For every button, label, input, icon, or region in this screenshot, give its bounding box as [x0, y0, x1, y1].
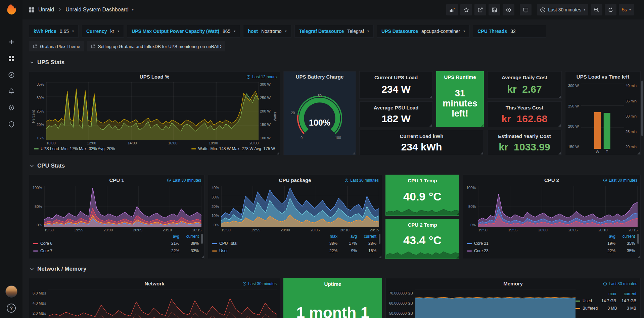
- caret-down-icon: ▾: [629, 8, 631, 11]
- legend-series-stats: Min: 148 W Max: 278 W Avg: 175 W: [210, 146, 275, 151]
- cpu-package-chart[interactable]: [221, 186, 379, 227]
- sidebar-item-alerting[interactable]: [4, 86, 19, 97]
- stat-title[interactable]: Uptime: [283, 281, 382, 287]
- zoom-out-button[interactable]: [591, 4, 602, 15]
- variable-host[interactable]: hostNostromo▾: [243, 25, 291, 38]
- apps-grid-icon[interactable]: [29, 7, 35, 13]
- legend-row: User22%9%16%: [212, 247, 376, 255]
- cpu2-chart[interactable]: [478, 186, 638, 227]
- compass-icon: [8, 72, 15, 78]
- link-ups-monitoring-guide[interactable]: Setting up Grafana and InfluxDB for UPS …: [87, 41, 225, 51]
- legend-series-name[interactable]: Core 7: [33, 248, 160, 253]
- stat-title[interactable]: UPS Runtime: [436, 74, 484, 80]
- panel-title[interactable]: Network: [144, 281, 164, 286]
- legend-series-name[interactable]: Buffered: [576, 306, 598, 311]
- stat-title[interactable]: Average PSU Load: [360, 105, 432, 110]
- cpu1-chart[interactable]: [44, 186, 201, 227]
- refresh-interval-label: 5s: [622, 7, 627, 12]
- stat-title[interactable]: Current Load kWh: [360, 133, 484, 139]
- y-axis-ticks-left: 100%50%0%: [31, 186, 44, 232]
- variable-kwh-price[interactable]: kWh Price0.65▾: [29, 25, 79, 38]
- cycle-view-button[interactable]: [520, 4, 532, 15]
- legend-scrollbar[interactable]: [379, 234, 380, 244]
- variables-row: kWh Price0.65▾ Currencykr▾ UPS Max Outpu…: [29, 25, 546, 38]
- refresh-button[interactable]: [605, 4, 616, 15]
- add-panel-button[interactable]: [446, 4, 458, 15]
- help-button[interactable]: ?: [7, 304, 16, 313]
- variable-currency[interactable]: Currencykr▾: [82, 25, 124, 38]
- legend-series-name[interactable]: Watts: [198, 146, 208, 151]
- refresh-interval-picker[interactable]: 5s ▾: [619, 4, 634, 15]
- sidebar-item-server-admin[interactable]: [4, 119, 19, 130]
- panel-title[interactable]: CPU 1: [109, 177, 124, 183]
- save-dashboard-button[interactable]: [489, 4, 500, 15]
- ups-load-vs-time-chart[interactable]: [581, 84, 624, 149]
- sidebar-item-explore[interactable]: [4, 69, 19, 81]
- stat-value: kr 2.67: [488, 80, 561, 98]
- legend-scrollbar[interactable]: [637, 234, 639, 244]
- stat-title[interactable]: This Years Cost: [488, 105, 561, 110]
- panel-title[interactable]: CPU 2: [544, 177, 559, 183]
- panel-title[interactable]: UPS Load %: [140, 74, 169, 80]
- link-grafana-plex-theme[interactable]: Grafana Plex Theme: [29, 41, 84, 51]
- variable-ups-max-output[interactable]: UPS Max Output Power Capacity (Watt)865▾: [127, 25, 240, 38]
- legend-series-name[interactable]: User: [212, 248, 318, 253]
- legend-series-name[interactable]: Core 21: [467, 241, 596, 246]
- stat-title[interactable]: Estimated Yearly Cost: [488, 133, 561, 139]
- shield-icon: [8, 121, 15, 128]
- legend-series-name[interactable]: Used: [576, 299, 596, 303]
- user-avatar[interactable]: [5, 285, 17, 298]
- time-range-picker[interactable]: Last 30 minutes ▾: [537, 4, 588, 15]
- panel-time-override: Last 30 minutes: [242, 281, 277, 286]
- breadcrumb-app[interactable]: Unraid: [38, 7, 54, 13]
- dashboard-title[interactable]: Unraid System Dashboard: [65, 7, 129, 13]
- panel-ups-load-percent: UPS Load % Last 12 hours Percent 35%30%2…: [29, 71, 280, 155]
- dashboards-icon: [8, 55, 15, 62]
- panel-title[interactable]: Memory: [503, 281, 523, 286]
- dashboard-settings-button[interactable]: [503, 4, 514, 15]
- legend-marker: [191, 148, 196, 149]
- section-cpu-stats[interactable]: CPU Stats: [30, 162, 65, 170]
- legend-series-name[interactable]: UPS Load: [41, 146, 59, 151]
- grafana-logo[interactable]: [4, 3, 18, 17]
- x-axis-ticks: 19:5019:5520:0020:0520:1020:15: [44, 227, 201, 232]
- section-network-memory[interactable]: Network / Memory: [30, 265, 86, 273]
- legend-marker: [576, 308, 580, 309]
- star-button[interactable]: [460, 4, 472, 15]
- sidebar-item-configuration[interactable]: [4, 102, 19, 113]
- legend-series-name[interactable]: Core 6: [33, 241, 160, 246]
- panel-cpu-1: CPU 1 Last 30 minutes 100%50%0% 19:5019:…: [29, 175, 204, 259]
- clock-icon: [167, 178, 171, 182]
- stat-title[interactable]: CPU 1 Temp: [385, 178, 459, 183]
- stat-title[interactable]: Current UPS Load: [360, 75, 432, 80]
- stat-title[interactable]: CPU 2 Temp: [385, 222, 459, 228]
- ups-load-chart[interactable]: [46, 82, 259, 140]
- page-scrollbar[interactable]: [641, 81, 643, 136]
- variable-ups-datasource[interactable]: UPS Datasourceapcupsd-container▾: [377, 25, 470, 38]
- caret-down-icon: ▾: [72, 30, 74, 33]
- panel-time-override: Last 12 hours: [246, 75, 277, 79]
- legend-series-name[interactable]: Core 23: [467, 248, 596, 253]
- stat-title[interactable]: Average Daily Cost: [488, 75, 561, 80]
- legend-scrollbar[interactable]: [201, 234, 203, 244]
- panel-title[interactable]: UPS Load vs Time left: [577, 74, 629, 80]
- cpu1-temp-sparkline: [386, 207, 459, 215]
- stat-value: 31 minutes left!: [436, 80, 484, 127]
- y-axis-ticks-left: 300 W250 W200 W150 W: [567, 84, 581, 155]
- variable-telegraf-datasource[interactable]: Telegraf DatasourceTelegraf▾: [294, 25, 374, 38]
- sidebar-item-dashboards[interactable]: [4, 53, 19, 64]
- caret-down-icon: ▾: [118, 30, 119, 33]
- legend-series-name[interactable]: CPU Total: [212, 241, 318, 246]
- variable-cpu-threads[interactable]: CPU Threads32: [473, 25, 546, 38]
- create-button[interactable]: [4, 36, 19, 48]
- network-chart[interactable]: [48, 289, 277, 318]
- chevron-down-icon: [30, 267, 34, 271]
- chart-legend: avgcurrent Core 2119%35% Core 2322%35%: [463, 232, 640, 259]
- caret-down-icon[interactable]: ▾: [132, 8, 134, 11]
- share-button[interactable]: [474, 4, 486, 15]
- panel-title[interactable]: UPS Battery Charge: [296, 74, 344, 80]
- panel-title[interactable]: CPU package: [279, 177, 311, 183]
- legend-marker: [34, 148, 39, 149]
- section-ups-stats[interactable]: UPS Stats: [30, 58, 64, 66]
- memory-chart[interactable]: [415, 289, 576, 318]
